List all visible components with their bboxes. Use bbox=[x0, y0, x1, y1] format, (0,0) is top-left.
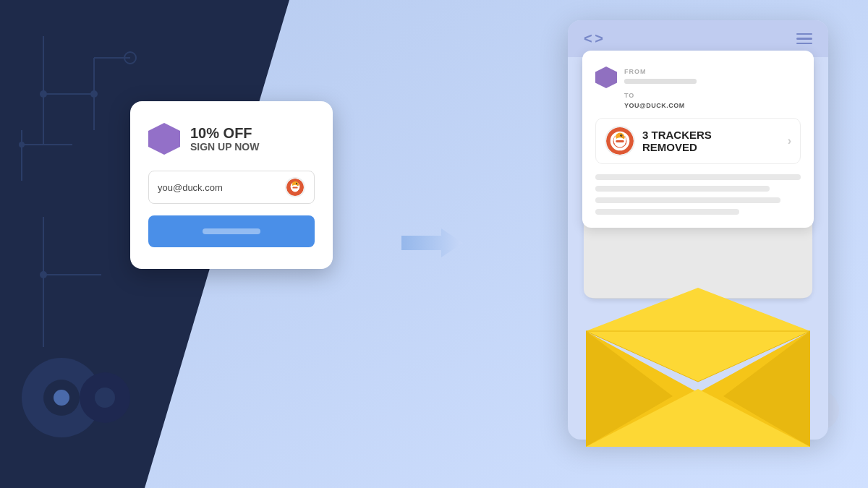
menu-line-1 bbox=[796, 33, 812, 35]
svg-point-22 bbox=[621, 134, 622, 135]
from-value-bar bbox=[624, 79, 697, 84]
tracker-text: 3 TRACKERS REMOVED bbox=[642, 129, 780, 154]
signup-card: 10% OFF SIGN UP NOW you@duck.com bbox=[130, 101, 333, 269]
svg-rect-39 bbox=[292, 187, 297, 189]
menu-line-2 bbox=[796, 38, 812, 40]
ddg-logo-circle bbox=[605, 126, 635, 156]
svg-point-5 bbox=[90, 90, 98, 98]
menu-line-3 bbox=[796, 43, 812, 45]
content-line-4 bbox=[595, 209, 739, 215]
browser-window: < > FROM TO YOU@DUCK.COM bbox=[568, 20, 828, 440]
eye-pupil-2 bbox=[95, 388, 115, 408]
from-field: FROM bbox=[624, 64, 697, 84]
arrow-container bbox=[401, 225, 467, 264]
tracker-chevron-icon: › bbox=[788, 134, 791, 147]
content-line-2 bbox=[595, 186, 770, 192]
email-card: FROM TO YOU@DUCK.COM bbox=[582, 51, 814, 228]
browser-code-icon: < > bbox=[584, 30, 603, 47]
eye-circle-2 bbox=[80, 372, 130, 423]
eye-highlight bbox=[54, 390, 69, 406]
svg-point-10 bbox=[40, 271, 47, 278]
sender-hexagon-icon bbox=[595, 67, 617, 88]
email-header: FROM TO YOU@DUCK.COM bbox=[595, 64, 801, 109]
to-value: YOU@DUCK.COM bbox=[624, 102, 697, 109]
envelope-container bbox=[586, 288, 810, 447]
svg-point-36 bbox=[296, 183, 297, 184]
to-label: TO bbox=[624, 92, 634, 99]
promo-line2: SIGN UP NOW bbox=[190, 141, 259, 153]
content-line-3 bbox=[595, 197, 780, 203]
ddg-logo-svg bbox=[606, 127, 634, 155]
svg-point-37 bbox=[297, 183, 297, 184]
ddg-logo-sm-svg bbox=[286, 178, 304, 197]
eye-pupil bbox=[43, 380, 80, 416]
tracker-count-text: 3 TRACKERS bbox=[642, 129, 780, 141]
signup-btn-bar bbox=[203, 228, 260, 234]
signup-header: 10% OFF SIGN UP NOW bbox=[148, 123, 315, 155]
email-display: you@duck.com bbox=[158, 182, 285, 193]
svg-point-13 bbox=[19, 142, 25, 147]
right-arrow-svg bbox=[401, 225, 467, 261]
email-input-container[interactable]: you@duck.com bbox=[148, 171, 315, 204]
from-label: FROM bbox=[624, 68, 647, 75]
tracker-removed-text: REMOVED bbox=[642, 141, 780, 153]
svg-marker-40 bbox=[401, 228, 463, 257]
svg-point-38 bbox=[292, 185, 299, 192]
signup-button[interactable] bbox=[148, 215, 315, 247]
promo-line1: 10% OFF bbox=[190, 125, 259, 141]
svg-point-21 bbox=[620, 134, 622, 137]
content-line-1 bbox=[595, 174, 801, 180]
tracker-badge[interactable]: 3 TRACKERS REMOVED › bbox=[595, 118, 801, 164]
to-field: TO YOU@DUCK.COM bbox=[624, 87, 697, 109]
svg-rect-24 bbox=[616, 140, 624, 142]
ddg-logo-badge bbox=[285, 177, 305, 197]
envelope-svg bbox=[586, 288, 810, 447]
promo-text: 10% OFF SIGN UP NOW bbox=[190, 125, 259, 153]
email-content-lines bbox=[595, 174, 801, 215]
browser-menu-icon[interactable] bbox=[796, 33, 812, 45]
promo-hexagon-icon bbox=[148, 123, 180, 155]
svg-point-6 bbox=[40, 90, 47, 98]
email-from-to-fields: FROM TO YOU@DUCK.COM bbox=[624, 64, 697, 109]
